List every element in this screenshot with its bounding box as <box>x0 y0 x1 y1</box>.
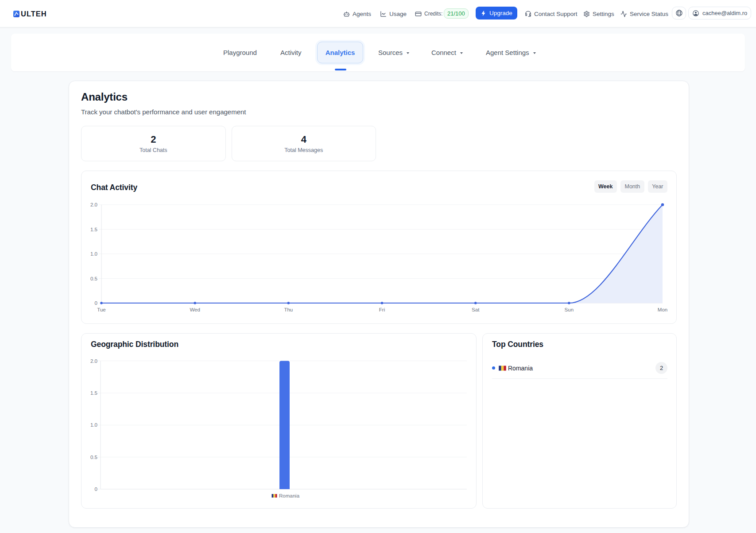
svg-text:0.5: 0.5 <box>90 455 97 460</box>
svg-text:Fri: Fri <box>379 307 385 312</box>
svg-text:2.0: 2.0 <box>90 202 97 207</box>
svg-text:Mon: Mon <box>658 307 667 312</box>
svg-text:Sun: Sun <box>565 307 574 312</box>
svg-text:2.0: 2.0 <box>90 358 97 364</box>
svg-text:Sat: Sat <box>472 307 480 312</box>
svg-text:Tue: Tue <box>97 307 105 312</box>
svg-text:Wed: Wed <box>190 307 200 312</box>
svg-text:1.0: 1.0 <box>90 251 97 257</box>
svg-text:0.5: 0.5 <box>90 276 97 281</box>
svg-text:0: 0 <box>95 486 97 492</box>
svg-text:1.5: 1.5 <box>90 227 97 232</box>
svg-text:0: 0 <box>95 300 97 306</box>
svg-text:Romania: Romania <box>279 493 300 498</box>
svg-text:Thu: Thu <box>284 307 293 312</box>
svg-text:1.5: 1.5 <box>90 390 97 396</box>
svg-text:1.0: 1.0 <box>90 422 97 428</box>
